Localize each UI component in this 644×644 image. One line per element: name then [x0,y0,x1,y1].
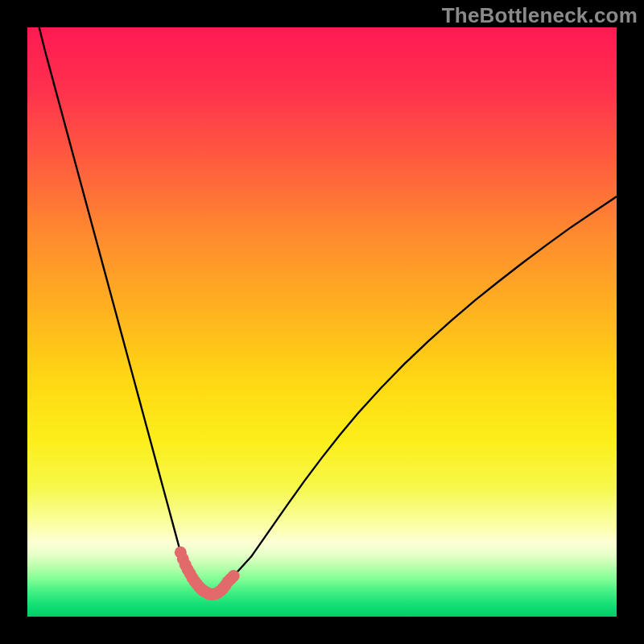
chart-canvas [27,27,617,617]
sweet-spot-dot [228,570,240,582]
chart-frame: TheBottleneck.com [0,0,644,644]
gradient-background [27,27,617,617]
plot-area [27,27,617,617]
watermark-text: TheBottleneck.com [442,3,638,28]
